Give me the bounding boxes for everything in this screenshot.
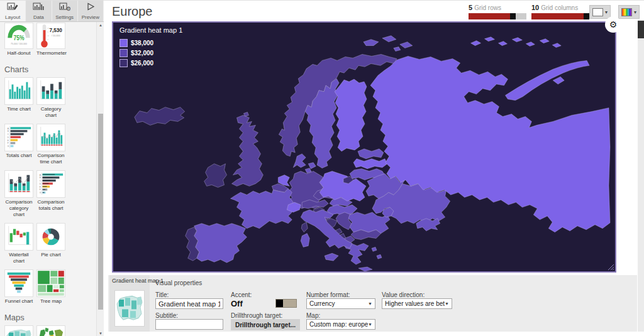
map-region-france[interactable]: [231, 188, 294, 228]
comparison-totals-chart-thumbnail: ABCDEFG: [36, 170, 65, 198]
drillthrough-target-button[interactable]: Drillthrough target...: [231, 319, 300, 330]
grid-columns-slider-handle[interactable]: [584, 13, 589, 19]
design-surface: Europe 5Grid rows 10Grid columns ▾ ▾: [104, 1, 644, 336]
gradient-heat-map-thumbnail: [4, 325, 33, 336]
map-region-spain[interactable]: [194, 224, 247, 263]
title-input[interactable]: [155, 298, 223, 309]
svg-text:B: B: [40, 176, 42, 179]
window-scrollbar-thumb[interactable]: [638, 21, 644, 38]
gallery-item-label: Funnel chart: [4, 297, 33, 306]
gallery-item-label: Tree map: [36, 297, 65, 306]
value-direction-dropdown[interactable]: Higher values are better ▼: [382, 298, 452, 309]
map-region-finland[interactable]: [335, 79, 367, 151]
gallery-item-tree-map[interactable]: Tree map: [36, 269, 65, 306]
svg-text:75%: 75%: [13, 35, 25, 41]
background-color-picker[interactable]: ▾: [589, 5, 611, 19]
map-region-novaya-zemlya[interactable]: [505, 60, 589, 100]
legend-label: $26,000: [131, 60, 153, 67]
legend-swatch: [119, 39, 128, 47]
gallery-section-row: Time chartCategory chartABCDEFGTotals ch…: [4, 77, 96, 306]
window-scrollbar[interactable]: [638, 19, 644, 332]
gallery-top-row: 75%75,000 / 100,000Half-donut7,530/ 10,0…: [4, 23, 96, 58]
tab-preview[interactable]: Preview: [78, 1, 104, 21]
tab-layout[interactable]: Layout: [0, 1, 26, 21]
legend-entry: $26,000: [119, 59, 153, 67]
gallery-item-label: Time chart: [4, 105, 33, 114]
legend-entry: $38,000: [119, 39, 153, 47]
legend-label: $32,000: [131, 50, 153, 57]
map-region-denmark[interactable]: [293, 154, 316, 173]
map-region-romania[interactable]: [348, 212, 390, 234]
palette-picker[interactable]: ▾: [618, 5, 640, 19]
map-dropdown[interactable]: Custom map: europe ▼: [306, 319, 375, 330]
subtitle-label: Subtitle:: [155, 312, 178, 319]
tab-label: Layout: [5, 14, 20, 20]
number-format-dropdown[interactable]: Currency ▼: [306, 298, 375, 309]
gallery-item-label: Comparison category chart: [4, 198, 33, 220]
section-title: Maps: [4, 313, 96, 322]
grid-rows-slider[interactable]: [469, 13, 526, 19]
resize-grip[interactable]: [606, 263, 614, 270]
gallery-item-gradient-heat-map[interactable]: Gradient heat map: [4, 325, 33, 336]
gallery-section-row: Gradient heat mapRange stop heat mapBubb…: [4, 325, 96, 336]
accent-toggle[interactable]: [275, 299, 297, 308]
sidebar-scrollbar[interactable]: ▲ ▼: [96, 22, 104, 336]
gallery-item-comparison-totals-chart[interactable]: ABCDEFGComparison totals chart: [36, 170, 65, 220]
map-region-iceland[interactable]: [135, 107, 185, 126]
tab-label: Settings: [55, 14, 74, 20]
data-icon: [33, 2, 44, 14]
map-region-estonia[interactable]: [358, 149, 384, 159]
chevron-down-icon: ▼: [445, 301, 449, 306]
grid-rows-value: 5: [469, 4, 472, 11]
preview-icon: [85, 2, 96, 14]
map-region-svalbard[interactable]: [364, 36, 413, 51]
gallery-item-time-chart[interactable]: Time chart: [4, 77, 33, 121]
map-region-crimea[interactable]: [416, 219, 440, 231]
widget-settings-button[interactable]: ⚙: [605, 16, 621, 33]
gallery-item-pie-chart[interactable]: Pie chart: [36, 223, 65, 266]
map-region-franz-josef[interactable]: [471, 37, 562, 48]
map-region-ireland[interactable]: [204, 164, 227, 188]
funnel-chart-thumbnail: [4, 269, 33, 297]
gradient-heat-map-widget[interactable]: Gradient heat map 1 $38,000$32,000$26,00…: [112, 21, 616, 273]
drillthrough-label: Drillthrough target:: [231, 312, 282, 319]
widget-gallery: 75%75,000 / 100,000Half-donut7,530/ 10,0…: [0, 22, 96, 336]
map-region-uk[interactable]: [232, 116, 264, 187]
gallery-item-category-chart[interactable]: Category chart: [36, 77, 65, 121]
gallery-item-thermometer[interactable]: 7,530/ 10,000Thermometer: [36, 23, 65, 58]
range-stop-heat-map-thumbnail: [36, 325, 65, 336]
gallery-item-comparison-time-chart[interactable]: Comparison time chart: [36, 124, 65, 167]
accent-label: Accent:: [231, 291, 252, 298]
grid-rows-label: Grid rows: [474, 4, 501, 11]
gallery-item-range-stop-heat-map[interactable]: Range stop heat map: [36, 325, 65, 336]
chevron-down-icon: ▼: [368, 322, 372, 327]
map-region-corsica[interactable]: [301, 222, 308, 232]
gallery-item-label: Totals chart: [4, 151, 33, 161]
gallery-item-totals-chart[interactable]: ABCDEFGTotals chart: [4, 124, 33, 167]
grid-columns-slider[interactable]: [531, 13, 589, 19]
app-window: LayoutData⚙SettingsPreview 75%75,000 / 1…: [0, 0, 644, 336]
thermometer-thumbnail: 7,530/ 10,000: [36, 23, 65, 49]
sidebar-scrollbar-thumb[interactable]: [98, 114, 103, 310]
gallery-item-waterfall-chart[interactable]: Waterfall chart: [4, 223, 33, 266]
gallery-item-comparison-category-chart[interactable]: Comparison category chart: [4, 170, 33, 220]
comparison-time-chart-thumbnail: [36, 124, 65, 151]
tab-data[interactable]: Data: [26, 1, 52, 21]
gallery-item-half-donut[interactable]: 75%75,000 / 100,000Half-donut: [4, 23, 33, 58]
europe-map[interactable]: [113, 23, 615, 271]
map-region-sicily[interactable]: [325, 253, 338, 261]
chevron-down-icon: ▾: [605, 9, 608, 15]
subtitle-input[interactable]: [155, 319, 223, 330]
gallery-item-funnel-chart[interactable]: Funnel chart: [4, 269, 33, 306]
selected-widget-item[interactable]: Gradient heat map 1: [109, 275, 150, 332]
accent-state: Off: [231, 299, 243, 308]
map-region-sardinia[interactable]: [301, 234, 309, 247]
tab-label: Preview: [82, 14, 99, 20]
map-region-latvia[interactable]: [353, 159, 387, 169]
page-title: Europe: [112, 4, 153, 19]
svg-text:⚙: ⚙: [66, 6, 70, 11]
tab-settings[interactable]: ⚙Settings: [52, 1, 78, 21]
grid-rows-slider-handle[interactable]: [510, 13, 516, 19]
background-swatch: [592, 8, 603, 16]
settings-icon: ⚙: [59, 2, 70, 14]
